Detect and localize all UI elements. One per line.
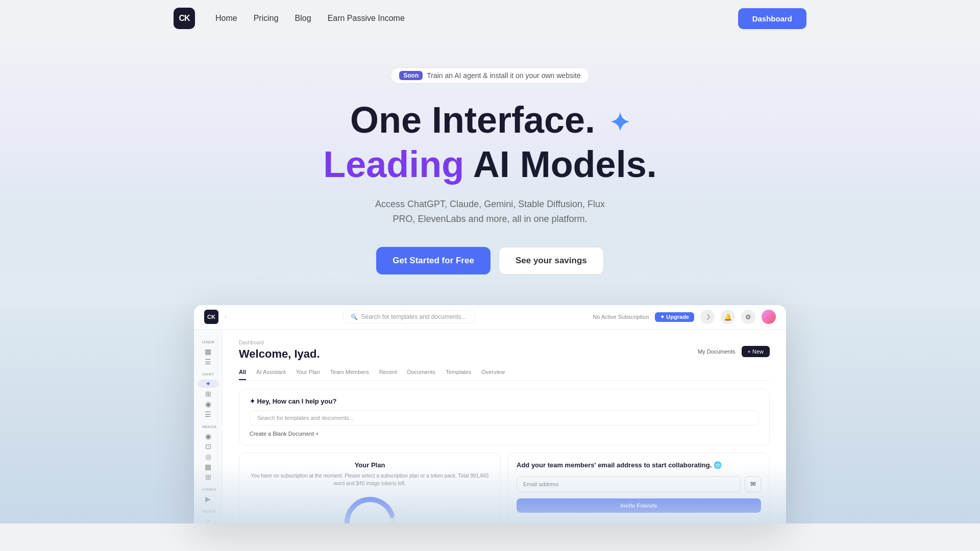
welcome-title: Welcome, Iyad.	[239, 347, 320, 361]
sidebar-section-image: IMAGE	[194, 420, 222, 430]
soon-tag: Soon	[399, 71, 423, 80]
app-topbar: CK › 🔍 Search for templates and document…	[194, 305, 786, 330]
gauge-svg	[342, 494, 398, 523]
app-topbar-right: No Active Subscription ✦ Upgrade ☽ 🔔 ⚙	[593, 310, 776, 324]
sidebar-icon-7[interactable]: ◉	[198, 432, 218, 440]
tab-templates[interactable]: Templates	[446, 369, 471, 380]
sidebar-icon-3[interactable]: ✦	[198, 380, 218, 388]
sidebar-icon-6[interactable]: ☰	[198, 410, 218, 418]
ai-search-input[interactable]: Search for templates and documents...	[250, 410, 759, 425]
page-root: CK Home Pricing Blog Earn Passive Income…	[0, 0, 980, 523]
theme-toggle-icon[interactable]: ☽	[700, 310, 715, 324]
sidebar-icon-1[interactable]: ▦	[198, 347, 218, 356]
sidebar-section-user: USER	[194, 336, 222, 345]
sidebar-icon-8[interactable]: ⊡	[198, 442, 218, 450]
app-layout: USER ▦ ☰ CHAT ✦ ⊞ ◉ ☰ IMAGE ◉ ⊡ ◎ ▦ ⊞	[194, 330, 786, 523]
nav-links: Home Pricing Blog Earn Passive Income	[215, 14, 405, 23]
dashboard-button[interactable]: Dashboard	[738, 8, 806, 29]
app-main: Dashboard Welcome, Iyad. My Documents + …	[223, 330, 786, 523]
nav-item-home[interactable]: Home	[215, 14, 237, 22]
ai-card-title: ✦ Hey, How can I help you?	[250, 397, 759, 405]
tab-all[interactable]: All	[239, 369, 246, 380]
upgrade-badge[interactable]: ✦ Upgrade	[655, 312, 694, 322]
team-card-title: Add your team members' email address to …	[517, 461, 761, 469]
search-placeholder: Search for templates and documents...	[361, 313, 466, 320]
preview-wrapper: CK › 🔍 Search for templates and document…	[0, 305, 980, 523]
plan-card: Your Plan You have no subscription at th…	[239, 453, 501, 523]
hero-buttons: Get Started for Free See your savings	[376, 247, 604, 274]
hero-dark-text: AI Models.	[473, 144, 657, 185]
email-send-button[interactable]: ✉	[745, 476, 761, 492]
soon-badge: Soon Train an AI agent & install it on y…	[390, 67, 589, 84]
invite-friends-button[interactable]: Invite Friends	[517, 498, 761, 513]
hero-purple-text: Leading	[323, 144, 464, 185]
tab-team-members[interactable]: Team Members	[330, 369, 369, 380]
app-sidebar: USER ▦ ☰ CHAT ✦ ⊞ ◉ ☰ IMAGE ◉ ⊡ ◎ ▦ ⊞	[194, 330, 223, 523]
tab-your-plan[interactable]: Your Plan	[296, 369, 320, 380]
app-tabs: All AI Assistant Your Plan Team Members …	[239, 369, 770, 381]
sidebar-icon-5[interactable]: ◉	[198, 400, 218, 408]
nav-item-blog[interactable]: Blog	[295, 14, 311, 22]
tab-recent[interactable]: Recent	[379, 369, 397, 380]
chevron-icon: ›	[225, 314, 227, 320]
sidebar-section-voice: VOICE	[194, 505, 222, 515]
new-doc-button[interactable]: + New	[742, 346, 770, 357]
see-savings-button[interactable]: See your savings	[499, 247, 604, 274]
tab-ai-assistant[interactable]: AI Assistant	[256, 369, 285, 380]
nav-left: CK Home Pricing Blog Earn Passive Income	[174, 8, 405, 29]
no-sub-badge: No Active Subscription	[593, 314, 649, 320]
sparkle-icon: ✦	[609, 109, 630, 136]
hero-section: Soon Train an AI agent & install it on y…	[0, 37, 980, 305]
avatar[interactable]	[762, 310, 776, 324]
nav-item-pricing[interactable]: Pricing	[254, 14, 279, 22]
gauge-container	[248, 494, 492, 523]
search-icon: 🔍	[351, 314, 358, 320]
my-docs-label: My Documents	[698, 348, 735, 355]
sidebar-icon-13[interactable]: ♪	[198, 517, 218, 523]
sidebar-icon-11[interactable]: ⊞	[198, 473, 218, 481]
team-card: Add your team members' email address to …	[508, 453, 770, 523]
sidebar-icon-2[interactable]: ☰	[198, 358, 218, 366]
hero-title-line2: Leading AI Models.	[323, 144, 656, 185]
sidebar-icon-12[interactable]: ▶	[198, 495, 218, 503]
navbar: CK Home Pricing Blog Earn Passive Income…	[0, 0, 980, 37]
browser-window: CK › 🔍 Search for templates and document…	[194, 305, 786, 523]
sidebar-icon-9[interactable]: ◎	[198, 453, 218, 461]
hero-title-line1: One Interface. ✦	[350, 100, 630, 140]
sidebar-icon-10[interactable]: ▦	[198, 463, 218, 471]
logo[interactable]: CK	[174, 8, 195, 29]
cards-row: Your Plan You have no subscription at th…	[239, 453, 770, 523]
badge-text: Train an AI agent & install it on your o…	[427, 71, 580, 80]
tab-overview[interactable]: Overview	[481, 369, 505, 380]
settings-icon[interactable]: ⚙	[741, 310, 755, 324]
notifications-icon[interactable]: 🔔	[721, 310, 735, 324]
hero-subtitle: Access ChatGPT, Claude, Gemini, Stable D…	[368, 197, 612, 227]
email-field[interactable]	[517, 476, 741, 492]
plan-card-title: Your Plan	[248, 461, 492, 469]
breadcrumb: Dashboard	[239, 340, 320, 345]
sidebar-section-chat: CHAT	[194, 368, 222, 378]
plan-card-desc: You have no subscription at the moment. …	[248, 472, 492, 487]
ai-assistant-card: ✦ Hey, How can I help you? Search for te…	[239, 389, 770, 445]
get-started-button[interactable]: Get Started for Free	[376, 247, 491, 274]
create-blank-btn[interactable]: Create a Blank Document +	[250, 431, 759, 437]
app-logo-small: CK	[204, 310, 218, 324]
nav-item-earn[interactable]: Earn Passive Income	[328, 14, 405, 22]
app-main-inner: Dashboard Welcome, Iyad. My Documents + …	[223, 330, 786, 523]
email-input-row: ✉	[517, 476, 761, 492]
sidebar-section-video: VIDEO	[194, 483, 222, 493]
tab-documents[interactable]: Documents	[407, 369, 436, 380]
app-search-bar[interactable]: 🔍 Search for templates and documents...	[343, 310, 476, 323]
app-topbar-left: CK ›	[204, 310, 227, 324]
preview-fade: CK › 🔍 Search for templates and document…	[194, 305, 786, 523]
sidebar-icon-4[interactable]: ⊞	[198, 390, 218, 398]
